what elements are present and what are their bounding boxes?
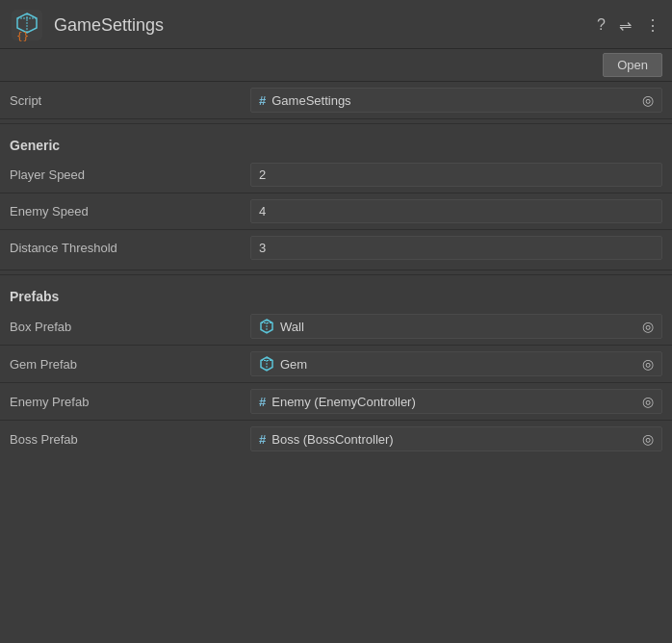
header-controls: ? ⇌ ⋮ bbox=[595, 14, 662, 37]
enemy-speed-label: Enemy Speed bbox=[10, 204, 241, 219]
box-prefab-inner: Wall bbox=[259, 319, 304, 334]
enemy-prefab-name: Enemy (EnemyController) bbox=[271, 395, 416, 409]
enemy-prefab-target-icon: ◎ bbox=[642, 394, 654, 409]
open-row: Open bbox=[0, 49, 672, 82]
gem-prefab-inner: Gem bbox=[259, 356, 307, 372]
prefabs-section: Prefabs Box Prefab Wall ◎ bbox=[0, 279, 672, 461]
script-field-inner: # GameSettings bbox=[259, 93, 351, 108]
box-prefab-label: Box Prefab bbox=[10, 320, 241, 334]
gem-prefab-row: Gem Prefab Gem ◎ bbox=[0, 346, 672, 383]
script-value: GameSettings bbox=[271, 93, 350, 108]
prefabs-heading: Prefabs bbox=[0, 279, 672, 308]
box-prefab-target-icon: ◎ bbox=[642, 319, 654, 334]
player-speed-label: Player Speed bbox=[10, 167, 241, 182]
enemy-prefab-label: Enemy Prefab bbox=[10, 395, 241, 409]
boss-prefab-target-icon: ◎ bbox=[642, 431, 654, 447]
header: {} GameSettings ? ⇌ ⋮ bbox=[0, 0, 672, 49]
divider-after-generic bbox=[0, 274, 672, 275]
enemy-prefab-hash-icon: # bbox=[259, 395, 266, 409]
script-hash-icon: # bbox=[259, 93, 266, 108]
box-prefab-field[interactable]: Wall ◎ bbox=[250, 314, 662, 339]
enemy-prefab-field[interactable]: # Enemy (EnemyController) ◎ bbox=[250, 389, 662, 414]
script-row: Script # GameSettings ◎ bbox=[0, 82, 672, 119]
boss-prefab-hash-icon: # bbox=[259, 432, 266, 447]
gem-prefab-field[interactable]: Gem ◎ bbox=[250, 351, 662, 376]
generic-section: Generic Player Speed Enemy Speed Distanc… bbox=[0, 128, 672, 270]
box-prefab-row: Box Prefab Wall ◎ bbox=[0, 308, 672, 346]
enemy-prefab-row: Enemy Prefab # Enemy (EnemyController) ◎ bbox=[0, 383, 672, 421]
boss-prefab-name: Boss (BossController) bbox=[271, 432, 393, 447]
gem-prefab-cube-icon bbox=[259, 356, 274, 372]
distance-threshold-input[interactable] bbox=[250, 236, 662, 260]
player-speed-row: Player Speed bbox=[0, 157, 672, 193]
box-prefab-cube-icon bbox=[259, 319, 274, 334]
distance-threshold-row: Distance Threshold bbox=[0, 230, 672, 266]
svg-text:{}: {} bbox=[16, 30, 29, 42]
player-speed-input[interactable] bbox=[250, 163, 662, 187]
box-prefab-name: Wall bbox=[280, 320, 304, 334]
enemy-speed-input[interactable] bbox=[250, 199, 662, 223]
game-settings-icon: {} bbox=[10, 8, 44, 42]
gem-prefab-label: Gem Prefab bbox=[10, 357, 241, 372]
boss-prefab-label: Boss Prefab bbox=[10, 432, 241, 447]
distance-threshold-label: Distance Threshold bbox=[10, 241, 241, 255]
boss-prefab-row: Boss Prefab # Boss (BossController) ◎ bbox=[0, 421, 672, 457]
script-target-icon: ◎ bbox=[642, 92, 654, 108]
help-button[interactable]: ? bbox=[595, 14, 607, 36]
open-button[interactable]: Open bbox=[603, 53, 662, 77]
layout-button[interactable]: ⇌ bbox=[617, 14, 633, 37]
more-button[interactable]: ⋮ bbox=[643, 14, 662, 37]
boss-prefab-field[interactable]: # Boss (BossController) ◎ bbox=[250, 426, 662, 451]
gem-prefab-name: Gem bbox=[280, 357, 307, 372]
content-area: Script # GameSettings ◎ Generic Player S… bbox=[0, 82, 672, 461]
enemy-prefab-inner: # Enemy (EnemyController) bbox=[259, 395, 416, 409]
boss-prefab-inner: # Boss (BossController) bbox=[259, 432, 394, 447]
script-field[interactable]: # GameSettings ◎ bbox=[250, 88, 662, 113]
page-title: GameSettings bbox=[54, 15, 585, 36]
gem-prefab-target-icon: ◎ bbox=[642, 356, 654, 372]
generic-heading: Generic bbox=[0, 128, 672, 157]
divider-after-script bbox=[0, 123, 672, 124]
inspector-panel: {} GameSettings ? ⇌ ⋮ Open Script # Game… bbox=[0, 0, 672, 643]
script-label: Script bbox=[10, 93, 241, 108]
enemy-speed-row: Enemy Speed bbox=[0, 193, 672, 230]
